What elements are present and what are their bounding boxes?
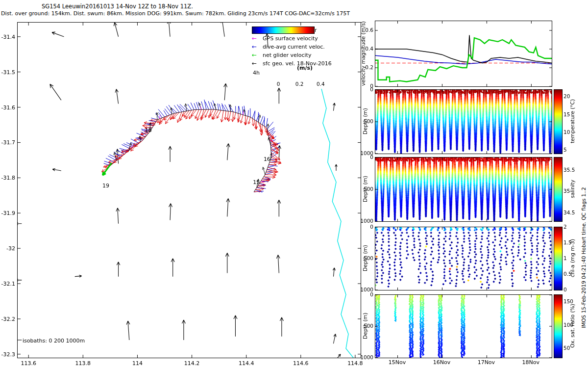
velocity-y-tick: 0.2	[365, 64, 373, 70]
legend-arrow-icon: ←	[252, 35, 263, 42]
map-x-tick-label: 114.8	[347, 360, 363, 367]
chla-y-tick: 0	[370, 224, 373, 230]
temperature-panel	[375, 89, 552, 154]
legend-item: ←dive-avg current veloc.	[252, 43, 325, 50]
legend-item: ←GPS surface velocity	[252, 35, 318, 42]
time-tick-label: 16Nov	[433, 359, 450, 366]
oxygen-colorbar	[554, 294, 563, 358]
salinity-cbar-tick: 35	[564, 188, 570, 194]
salinity-ylabel: Depth (m)	[362, 176, 368, 202]
velocity-y-tick: 0.4	[365, 46, 373, 52]
salinity-y-tick: 1000	[360, 218, 373, 224]
map-panel: ←25cm/s swim vector←GPS surface velocity…	[17, 22, 361, 358]
chla-panel-canvas	[375, 227, 552, 290]
figure-title: SG154 Leeuwin20161013 14-Nov 12Z to 18-N…	[42, 3, 193, 10]
map-x-tick-label: 114.2	[184, 360, 200, 367]
oxygen-ylabel: Depth (m)	[362, 313, 368, 339]
salinity-cbar-label: salinity	[569, 180, 575, 198]
oxygen-panel-canvas	[375, 295, 552, 358]
oxygen-cbar-tick: 100	[564, 322, 573, 328]
legend-item-label: net glider velocity	[263, 52, 311, 58]
chla-cbar-tick: 2	[564, 224, 567, 230]
temperature-cbar-tick: 15	[564, 111, 570, 117]
map-y-tick-label: -32	[6, 245, 15, 252]
temperature-cbar-tick: 20	[564, 93, 570, 99]
chla-colorbar	[554, 227, 563, 290]
oxygen-y-tick: 500	[364, 323, 373, 329]
map-y-tick-label: -31.6	[1, 104, 15, 110]
salinity-y-tick: 0	[370, 154, 373, 160]
temperature-panel-canvas	[375, 90, 552, 154]
temperature-y-tick: 1000	[360, 150, 373, 156]
velocity-panel	[375, 21, 552, 87]
chla-cbar-tick: 0.5	[564, 271, 572, 277]
salinity-y-tick: 500	[364, 186, 373, 192]
legend-arrow-icon: ←	[252, 60, 263, 67]
time-tick-label: 17Nov	[478, 359, 495, 366]
salinity-colorbar	[554, 157, 563, 222]
figure-subtitle: Dist. over ground: 154km. Dist. swum: 86…	[1, 10, 350, 17]
legend-duration-label: 4h	[253, 70, 260, 76]
processing-watermark: IMOS 15-Feb-2019 04:21:40 Hobart time. Q…	[581, 187, 587, 328]
velocity-panel-canvas	[375, 21, 552, 86]
oxygen-y-tick: 0	[370, 291, 373, 297]
time-tick-label: 18Nov	[522, 359, 539, 366]
legend-item: ←net glider velocity	[252, 52, 311, 58]
legend-colorbar	[252, 26, 315, 34]
salinity-cbar-tick: 34.5	[564, 210, 575, 215]
oxygen-cbar-label: Ox. sat. ratio (%)	[569, 304, 575, 348]
chla-cbar-tick: 1.5	[564, 239, 572, 245]
map-x-tick-label: 114.4	[239, 360, 254, 367]
legend-item: ←sfc geo. vel. 18-Nov-2016	[252, 60, 332, 67]
isobaths-label: isobaths: 0 200 1000m	[23, 338, 85, 344]
temperature-ylabel: Depth (m)	[362, 108, 368, 134]
salinity-colorbar-canvas	[554, 158, 562, 221]
salinity-panel-canvas	[375, 158, 552, 221]
oxygen-colorbar-canvas	[554, 295, 562, 358]
chla-cbar-label: chl-a (mg m-3)	[569, 239, 575, 277]
figure: SG154 Leeuwin20161013 14-Nov 12Z to 18-N…	[0, 0, 588, 368]
temperature-y-tick: 500	[364, 118, 373, 124]
map-legend: ←25cm/s swim vector←GPS surface velocity…	[252, 26, 354, 92]
map-y-tick-label: -31.5	[1, 69, 15, 75]
legend-arrow-icon: ←	[252, 52, 263, 58]
map-y-tick-label: -32.3	[1, 351, 15, 357]
temperature-cbar-tick: 5	[564, 147, 567, 153]
temperature-cbar-label: temperature (°C)	[569, 99, 575, 143]
velocity-y-tick: 0	[370, 83, 373, 89]
map-y-tick-label: -31.8	[1, 175, 15, 181]
oxygen-cbar-tick: 50	[564, 345, 570, 351]
temperature-colorbar	[554, 89, 563, 154]
chla-cbar-tick: 1	[564, 255, 567, 261]
map-y-tick-label: -31.9	[1, 210, 15, 216]
temperature-y-tick: 0	[370, 86, 373, 92]
legend-item-label: dive-avg current veloc.	[263, 44, 325, 50]
chla-ylabel: Depth (m)	[362, 245, 368, 271]
oxygen-panel	[375, 294, 552, 358]
map-x-tick-label: 114	[132, 360, 143, 367]
legend-colorbar-title: (m/s)	[297, 65, 313, 71]
salinity-cbar-tick: 35.5	[564, 167, 575, 173]
oxygen-cbar-tick: 150	[564, 298, 573, 304]
map-y-tick-label: -32.2	[1, 315, 15, 322]
temperature-cbar-tick: 10	[564, 129, 570, 135]
map-x-tick-label: 114.6	[293, 360, 309, 367]
oxygen-y-tick: 1000	[360, 354, 373, 360]
chla-panel	[375, 227, 552, 290]
map-x-tick-label: 113.6	[21, 360, 36, 367]
map-y-tick-label: -31.7	[1, 139, 15, 146]
legend-item-label: GPS surface velocity	[263, 35, 318, 42]
chla-y-tick: 500	[364, 255, 373, 261]
chla-y-tick: 1000	[360, 287, 373, 292]
salinity-panel	[375, 157, 552, 222]
chla-colorbar-canvas	[554, 227, 562, 290]
chla-cbar-tick: 0	[564, 287, 567, 292]
map-y-tick-label: -31.4	[1, 33, 15, 40]
time-tick-label: 15Nov	[389, 359, 406, 366]
map-x-tick-label: 113.8	[75, 360, 91, 367]
temperature-colorbar-canvas	[554, 90, 562, 154]
velocity-y-tick: 0.6	[365, 27, 373, 33]
map-y-tick-label: -32.1	[1, 281, 15, 287]
legend-arrow-icon: ←	[252, 43, 263, 50]
